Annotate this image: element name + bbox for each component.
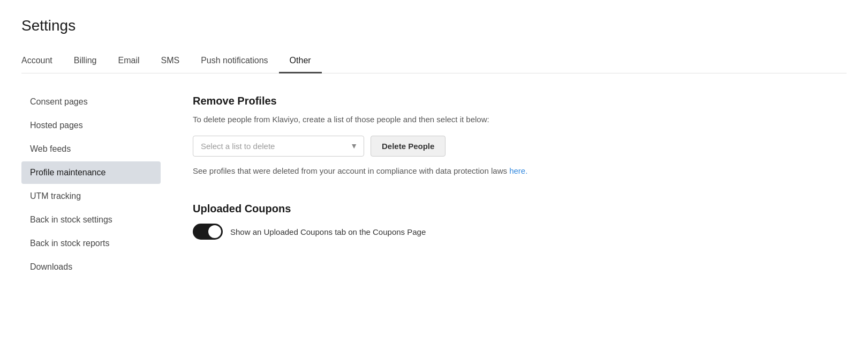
tab-push-notifications[interactable]: Push notifications [190, 49, 278, 73]
tab-billing[interactable]: Billing [63, 49, 108, 73]
compliance-link[interactable]: here. [509, 166, 527, 175]
compliance-text: See profiles that were deleted from your… [193, 165, 814, 177]
tab-account[interactable]: Account [21, 49, 63, 73]
nav-tabs: Account Billing Email SMS Push notificat… [21, 49, 847, 73]
sidebar-item-utm-tracking[interactable]: UTM tracking [21, 185, 161, 207]
toggle-track [193, 224, 223, 240]
uploaded-coupons-title: Uploaded Coupons [193, 203, 814, 215]
tab-other[interactable]: Other [279, 49, 322, 73]
toggle-row: Show an Uploaded Coupons tab on the Coup… [193, 224, 814, 240]
sidebar-item-hosted-pages[interactable]: Hosted pages [21, 114, 161, 137]
sidebar-item-profile-maintenance[interactable]: Profile maintenance [21, 161, 161, 184]
tab-email[interactable]: Email [108, 49, 150, 73]
page-title: Settings [21, 17, 847, 34]
uploaded-coupons-toggle[interactable] [193, 224, 223, 240]
main-content: Remove Profiles To delete people from Kl… [171, 73, 847, 287]
tab-sms[interactable]: SMS [150, 49, 191, 73]
delete-people-button[interactable]: Delete People [371, 136, 446, 157]
uploaded-coupons-section: Uploaded Coupons Show an Uploaded Coupon… [193, 203, 814, 240]
sidebar: Consent pages Hosted pages Web feeds Pro… [21, 73, 171, 287]
remove-profiles-description: To delete people from Klaviyo, create a … [193, 114, 814, 126]
content-area: Consent pages Hosted pages Web feeds Pro… [21, 73, 847, 287]
sidebar-item-back-in-stock-settings[interactable]: Back in stock settings [21, 209, 161, 231]
uploaded-coupons-toggle-label: Show an Uploaded Coupons tab on the Coup… [230, 227, 426, 236]
remove-profiles-title: Remove Profiles [193, 95, 814, 107]
toggle-thumb [208, 225, 221, 238]
remove-profiles-section: Remove Profiles To delete people from Kl… [193, 95, 814, 177]
sidebar-item-web-feeds[interactable]: Web feeds [21, 138, 161, 160]
delete-row: Select a list to delete ▼ Delete People [193, 136, 814, 157]
select-list-wrapper: Select a list to delete ▼ [193, 136, 364, 157]
sidebar-item-consent-pages[interactable]: Consent pages [21, 91, 161, 113]
select-list-to-delete[interactable]: Select a list to delete [193, 136, 364, 157]
sidebar-item-back-in-stock-reports[interactable]: Back in stock reports [21, 232, 161, 255]
sidebar-item-downloads[interactable]: Downloads [21, 256, 161, 278]
